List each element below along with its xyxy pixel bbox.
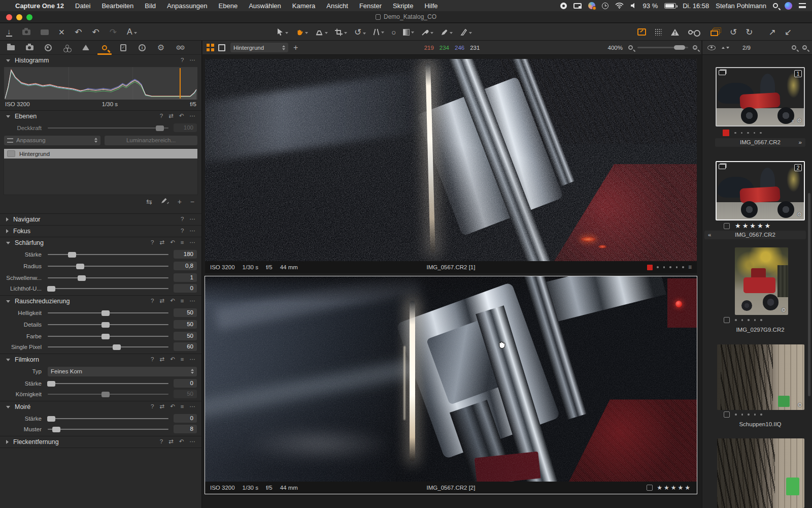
reset-icon[interactable]: ↶ <box>179 113 184 119</box>
grain-impact-value[interactable]: 0 <box>174 379 197 388</box>
brush-icon[interactable] <box>161 197 169 206</box>
menu-bearbeiten[interactable]: Bearbeiten <box>101 2 133 10</box>
wifi-icon[interactable] <box>615 3 624 9</box>
more-icon[interactable]: ⋯ <box>190 216 196 223</box>
viewer-layer-dropdown[interactable]: Hintergrund <box>230 43 288 52</box>
color-tag-checkbox[interactable] <box>647 485 653 491</box>
rating-stars[interactable]: ★★★★★ <box>735 222 772 230</box>
film-grain-header[interactable]: Filmkorn ? ⇄ ↶ ≡ ⋯ <box>0 354 201 365</box>
thumbnail-schuppen10[interactable]: ⚙ <box>717 344 804 410</box>
color-value[interactable]: 50 <box>174 332 197 340</box>
more-icon[interactable]: ⋯ <box>190 298 196 304</box>
spot-removal-header[interactable]: Fleckentfernung ? ⇄ ↶ ⋯ <box>0 436 201 448</box>
opacity-slider[interactable] <box>48 124 168 132</box>
filter-search-icon[interactable]: + <box>802 45 807 50</box>
gear-icon[interactable]: ⚙ <box>797 402 802 408</box>
color-tag-checkbox[interactable] <box>724 411 730 418</box>
thumbnail-img-0567-1[interactable]: 1 ≡ ⚙ <box>716 67 805 126</box>
proof-view-button[interactable] <box>688 30 693 35</box>
rating-dots[interactable] <box>734 132 762 134</box>
noise-reduction-header[interactable]: Rauschreduzierung ? ⇄ ↶ ≡ ⋯ <box>0 296 201 307</box>
tab-adjustments[interactable]: ✓ <box>117 41 130 54</box>
import-button[interactable]: ↓ <box>6 27 12 37</box>
moire-amount-slider[interactable] <box>48 415 168 422</box>
list-icon[interactable]: ≡ <box>688 264 692 271</box>
more-icon[interactable]: ⋯ <box>190 404 196 410</box>
rating-row[interactable] <box>724 317 762 323</box>
moire-pattern-value[interactable]: 8 <box>174 425 197 433</box>
color-tag-red[interactable] <box>723 130 729 136</box>
help-icon[interactable]: ? <box>151 404 154 410</box>
rotate-left-button[interactable]: ↺ <box>730 28 737 37</box>
more-icon[interactable]: ⋯ <box>190 439 196 445</box>
moire-pattern-slider[interactable] <box>48 426 168 433</box>
filter-eye-icon[interactable] <box>707 45 716 50</box>
radius-slider[interactable] <box>48 263 168 270</box>
details-slider[interactable] <box>48 321 168 328</box>
expand-variants-icon[interactable]: » <box>799 138 802 147</box>
single-pixel-value[interactable]: 60 <box>174 342 197 351</box>
details-value[interactable]: 50 <box>174 320 197 329</box>
list-icon[interactable]: ≡ <box>792 118 795 124</box>
presets-icon[interactable]: ≡ <box>181 357 184 363</box>
copy-apply-icon[interactable]: ⇄ <box>168 113 174 119</box>
navigator-header[interactable]: Navigator ? ⋯ <box>0 214 201 225</box>
orientation-tool[interactable]: ○ <box>391 28 396 36</box>
tab-metadata[interactable]: i <box>136 41 149 54</box>
zoom-in-icon[interactable]: + <box>693 45 697 50</box>
select-tool[interactable] <box>277 28 288 36</box>
tab-capture[interactable] <box>23 41 36 54</box>
menu-ebene[interactable]: Ebene <box>219 2 238 10</box>
more-icon[interactable]: ⋯ <box>190 228 196 234</box>
rating-dots[interactable] <box>735 319 762 321</box>
crop-tool[interactable] <box>335 28 347 36</box>
layers-header[interactable]: Ebenen ? ⇄ ↶ ⋯ <box>0 111 201 122</box>
grain-type-dropdown[interactable]: Feines Korn <box>48 367 197 376</box>
gear-icon[interactable]: ⚙ <box>781 307 786 313</box>
rating-dots[interactable] <box>657 266 684 268</box>
loupe-tool[interactable] <box>315 28 328 36</box>
focus-header[interactable]: Fokus ? ⋯ <box>0 226 201 237</box>
color-tag-checkbox[interactable] <box>724 223 730 229</box>
luminance-slider[interactable] <box>48 309 168 316</box>
tab-batch[interactable]: ⚙⚙ <box>173 41 186 54</box>
pan-next-icon[interactable]: ↗ <box>769 28 776 37</box>
thumbnail-img-0297[interactable]: ⚙ <box>735 247 788 315</box>
copy-apply-icon[interactable]: ⇄ <box>160 404 165 410</box>
tab-details[interactable] <box>98 41 111 54</box>
rating-row[interactable] <box>723 130 762 136</box>
grain-impact-slider[interactable] <box>48 380 168 387</box>
add-viewer-layer-icon[interactable]: + <box>293 43 298 52</box>
thumbnail-partial[interactable] <box>717 438 804 508</box>
more-icon[interactable]: ⋯ <box>190 240 196 246</box>
swap-layers-icon[interactable]: ⇆ <box>146 198 152 205</box>
single-pixel-slider[interactable] <box>48 343 168 351</box>
collapse-variants-icon[interactable]: « <box>708 231 711 239</box>
rating-stars[interactable]: ★★★★★ <box>657 484 692 491</box>
moire-header[interactable]: Moiré ? ⇄ ↶ ≡ ⋯ <box>0 401 201 412</box>
filmstrip-scrollbar[interactable] <box>808 193 810 396</box>
help-icon[interactable]: ? <box>151 298 154 304</box>
threshold-value[interactable]: 1 <box>174 273 197 282</box>
keystone-tool[interactable] <box>373 28 384 36</box>
luminance-value[interactable]: 50 <box>174 308 197 317</box>
thumbnail-img-0567-2[interactable]: 2 ⚙ <box>716 161 805 220</box>
app-status-icon[interactable] <box>588 2 595 9</box>
histogram-header[interactable]: Histogramm ? ⋯ <box>0 55 201 66</box>
tab-exposure[interactable] <box>79 41 92 54</box>
presets-icon[interactable]: ≡ <box>181 298 184 304</box>
delete-button[interactable]: × <box>59 27 65 37</box>
color-slider[interactable] <box>48 333 168 340</box>
help-icon[interactable]: ? <box>181 216 184 223</box>
help-icon[interactable]: ? <box>181 228 184 234</box>
help-icon[interactable]: ? <box>181 57 184 64</box>
moire-amount-value[interactable]: 0 <box>174 414 197 423</box>
zoom-out-icon[interactable]: – <box>628 45 633 50</box>
browser-toggle-button[interactable] <box>710 28 718 36</box>
tab-library[interactable] <box>4 41 17 54</box>
exposure-warning-button[interactable] <box>670 28 680 36</box>
copy-apply-icon[interactable]: ⇄ <box>168 439 174 445</box>
app-menu[interactable]: Capture One 12 <box>15 2 64 10</box>
amount-slider[interactable] <box>48 251 168 258</box>
rename-button[interactable] <box>41 29 49 35</box>
